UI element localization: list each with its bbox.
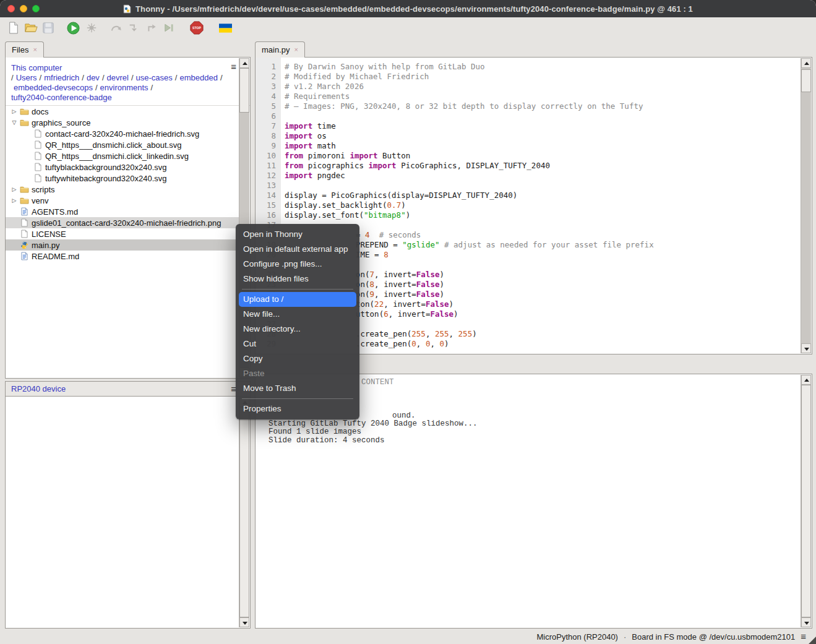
stop-button[interactable]: STOP [189,20,205,36]
menu-item-configure-png-files[interactable]: Configure .png files... [236,257,359,272]
breadcrumb-separator: / [131,73,134,82]
collapse-arrow-icon[interactable]: ▽ [9,119,19,126]
context-menu: Open in ThonnyOpen in default external a… [236,224,359,419]
statusbar-menu-icon[interactable]: ≡ [801,632,806,641]
line-number: 8 [256,131,281,141]
menu-item-upload-to[interactable]: Upload to / [239,292,356,307]
tab-close-icon[interactable]: × [294,46,298,53]
scrollbar-up-button[interactable] [239,58,249,68]
menu-item-new-directory[interactable]: New directory... [236,322,359,337]
file-icon [19,218,29,227]
tree-item-label: scripts [32,185,55,194]
files-root-label[interactable]: This computer [11,63,62,72]
menu-item-new-file[interactable]: New file... [236,307,359,322]
interpreter-label[interactable]: MicroPython (RP2040) [536,632,618,642]
tree-item-qr-https-dnsmichi-click-linkedin-svg[interactable]: QR_https___dnsmichi.click_linkedin.svg [6,150,239,161]
breadcrumb-link[interactable]: environments [100,83,148,92]
menu-item-properties[interactable]: Properties [236,401,359,416]
code-line: 3# v1.2 March 2026 [256,82,801,92]
shell-scrollbar[interactable] [801,375,811,627]
breadcrumb-link[interactable]: mfriedrich [44,73,79,82]
breadcrumb: /Users/mfriedrich/dev/devrel/use-cases/e… [11,73,250,103]
breadcrumb-link[interactable]: dev [87,73,100,82]
new-file-button[interactable] [6,20,22,36]
debug-button[interactable] [84,20,100,36]
line-number: 2 [256,72,281,82]
tree-item-scripts[interactable]: ▷scripts [6,184,239,195]
tree-item-license[interactable]: LICENSE [6,228,239,239]
window-title: Thonny - /Users/mfriedrich/dev/devrel/us… [135,4,693,14]
menu-item-move-to-trash[interactable]: Move to Trash [236,381,359,396]
scrollbar-thumb[interactable] [801,385,811,617]
breadcrumb-separator: / [220,73,223,82]
code-line: 10from pimoroni import Button [256,151,801,161]
py-icon [19,241,29,249]
tree-item-label: tuftyblackbackground320x240.svg [45,163,167,172]
breadcrumb-link[interactable]: use-cases [136,73,173,82]
breadcrumb-link[interactable]: tufty2040-conference-badge [11,93,112,102]
menu-item-cut[interactable]: Cut [236,337,359,351]
scrollbar-thumb[interactable] [239,407,249,617]
expand-arrow-icon[interactable]: ▷ [9,186,19,192]
device-panel-body[interactable] [5,396,251,629]
scrollbar-down-button[interactable] [239,617,249,627]
scrollbar-up-button[interactable] [801,375,811,385]
device-scrollbar[interactable] [239,397,249,627]
code-line: 5# – Images: PNG, 320x240, 8 or 32 bit d… [256,101,801,111]
tree-item-label: QR_https___dnsmichi.click_about.svg [45,140,181,150]
tree-item-tuftyblackbackground320x240-svg[interactable]: tuftyblackbackground320x240.svg [6,161,239,173]
tree-item-readme-md[interactable]: README.md [6,251,239,262]
resume-button[interactable] [160,20,176,36]
expand-arrow-icon[interactable]: ▷ [9,197,19,204]
ukraine-flag-button[interactable] [217,20,233,36]
code-line: 4# Requirements [256,92,801,101]
line-number: 9 [256,141,281,151]
tree-item-venv[interactable]: ▷venv [6,195,239,206]
tree-item-gslide01-contact-card-320x240-michael-friedrich-png[interactable]: gslide01_contact-card-320x240-michael-fr… [6,217,239,228]
expand-arrow-icon[interactable]: ▷ [9,108,19,114]
code-line: 13 [256,181,801,191]
breadcrumb-link[interactable]: Users [16,73,37,82]
files-panel-menu-icon[interactable]: ≡ [231,62,236,71]
editor-scrollbar[interactable] [801,58,811,353]
menu-item-paste[interactable]: Paste [236,366,359,381]
breadcrumb-link[interactable]: devrel [107,73,129,82]
tree-item-graphics-source[interactable]: ▽graphics_source [6,117,239,128]
resize-grip[interactable] [809,637,816,644]
breadcrumb-separator: / [102,73,105,82]
new-file-icon [8,22,19,34]
step-out-button[interactable] [143,20,159,36]
tree-item-contact-card-320x240-michael-friedrich-svg[interactable]: contact-card-320x240-michael-friedrich.s… [6,128,239,139]
breadcrumb-link[interactable]: embedded-devsecops [14,83,93,92]
tab-files[interactable]: Files × [5,41,44,58]
scrollbar-thumb[interactable] [239,68,249,113]
tree-item-qr-https-dnsmichi-click-about-svg[interactable]: QR_https___dnsmichi.click_about.svg [6,139,239,150]
files-panel: This computer ≡ /Users/mfriedrich/dev/de… [5,57,251,379]
tree-item-main-py[interactable]: main.py [6,239,239,251]
tree-item-tuftywhitebackground320x240-svg[interactable]: tuftywhitebackground320x240.svg [6,173,239,184]
menu-item-show-hidden-files[interactable]: Show hidden files [236,272,359,286]
save-button[interactable] [40,20,56,36]
menu-item-open-in-thonny[interactable]: Open in Thonny [236,227,359,242]
tree-item-docs[interactable]: ▷docs [6,106,239,117]
scrollbar-thumb[interactable] [801,69,811,92]
scrollbar-up-button[interactable] [801,58,811,68]
scrollbar-down-button[interactable] [801,617,811,627]
menu-item-open-in-default-external-app[interactable]: Open in default external app [236,242,359,257]
tab-close-icon[interactable]: × [33,46,37,53]
file-icon [33,140,43,149]
line-number: 4 [256,92,281,101]
breadcrumb-link[interactable]: embedded [179,73,217,82]
menu-item-copy[interactable]: Copy [236,351,359,366]
step-into-button[interactable] [126,20,142,36]
open-file-button[interactable] [23,20,39,36]
step-over-button[interactable] [108,20,124,36]
stop-icon: STOP [190,21,204,35]
line-number: 14 [256,191,281,200]
save-icon [43,22,54,33]
scrollbar-down-button[interactable] [801,343,811,353]
run-button[interactable] [65,20,81,36]
tab-main-py[interactable]: main.py × [255,41,305,58]
tree-item-agents-md[interactable]: AGENTS.md [6,206,239,217]
run-icon [67,22,80,35]
